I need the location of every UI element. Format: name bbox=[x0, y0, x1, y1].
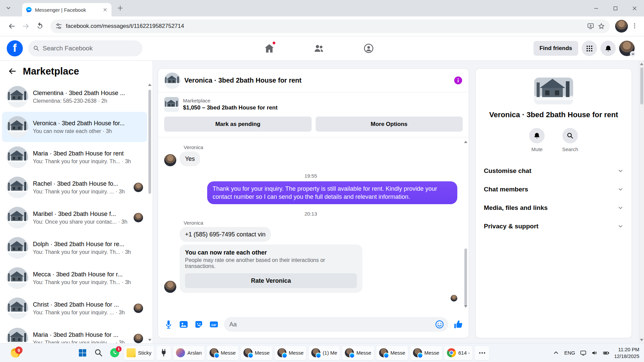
reload-button[interactable] bbox=[36, 22, 44, 31]
sidebar-scrollbar-thumb[interactable] bbox=[148, 90, 151, 194]
gif-icon[interactable]: GIF bbox=[209, 319, 219, 329]
tray-chevron-up-icon[interactable] bbox=[553, 350, 559, 356]
voice-clip-icon[interactable] bbox=[164, 319, 174, 329]
tray-date: 12/18/2025 bbox=[614, 353, 639, 360]
forward-button[interactable] bbox=[21, 22, 30, 31]
sender-name: Veronica bbox=[184, 144, 457, 150]
window-minimize-button[interactable] bbox=[587, 0, 606, 16]
browser-menu-icon[interactable] bbox=[631, 22, 638, 30]
taskbar-app[interactable]: Messe bbox=[376, 346, 408, 360]
bookmark-star-icon[interactable] bbox=[598, 22, 605, 30]
back-arrow-icon[interactable] bbox=[7, 66, 17, 76]
tab-close-icon[interactable] bbox=[102, 7, 108, 13]
settings-section-row[interactable]: Customise chat bbox=[476, 162, 632, 180]
taskbar-app[interactable]: Messe bbox=[410, 346, 442, 360]
mute-action[interactable]: Mute bbox=[529, 128, 545, 152]
facebook-nav-tabs bbox=[262, 41, 376, 56]
taskbar-app[interactable]: Messe bbox=[274, 346, 307, 360]
friends-tab[interactable] bbox=[312, 41, 326, 56]
home-tab[interactable] bbox=[262, 41, 277, 56]
taskbar-app[interactable]: 1 bbox=[107, 346, 122, 360]
taskbar-app[interactable] bbox=[91, 346, 106, 360]
taskbar-notification-icon[interactable]: 9 bbox=[11, 348, 20, 358]
taskbar-apps: 1 Sticky bbox=[75, 344, 490, 362]
search-input[interactable] bbox=[43, 45, 138, 52]
sticker-icon[interactable] bbox=[194, 319, 204, 329]
listing-thumbnail bbox=[7, 298, 28, 319]
composer: GIF bbox=[158, 311, 469, 338]
new-tab-button[interactable] bbox=[117, 5, 124, 11]
window-maximize-button[interactable] bbox=[606, 0, 625, 16]
message-input-wrap[interactable] bbox=[224, 317, 448, 332]
settings-section-row[interactable]: Chat members bbox=[476, 180, 632, 198]
notifications-button[interactable] bbox=[600, 41, 616, 56]
settings-section-row[interactable]: Media, files and links bbox=[476, 198, 632, 217]
page-scrollbar[interactable] bbox=[639, 61, 644, 343]
emoji-icon[interactable] bbox=[435, 320, 444, 329]
install-app-icon[interactable] bbox=[587, 22, 594, 30]
account-avatar[interactable] bbox=[619, 41, 635, 56]
tab-list-chevron-icon[interactable] bbox=[5, 5, 11, 11]
taskbar-app[interactable]: Arslan bbox=[173, 346, 205, 360]
conversation-item[interactable]: Maribel · 3bed 2bath House f... You: Onc… bbox=[2, 202, 147, 233]
more-options-button[interactable]: More Options bbox=[316, 117, 463, 132]
conversation-item[interactable]: Mecca · 3bed 2bath House for r... You: T… bbox=[2, 263, 147, 293]
scroll-down-arrow-icon[interactable] bbox=[640, 339, 643, 341]
search-action[interactable]: Search bbox=[562, 128, 578, 152]
bell-icon bbox=[604, 45, 612, 52]
display-icon[interactable] bbox=[580, 350, 587, 356]
taskbar-app[interactable]: Sticky bbox=[124, 346, 154, 360]
back-button[interactable] bbox=[7, 22, 16, 31]
conversation-info-icon[interactable] bbox=[454, 76, 463, 85]
facebook-logo[interactable]: f bbox=[7, 40, 23, 56]
facebook-search[interactable] bbox=[28, 40, 142, 56]
messenger-window-icon bbox=[345, 348, 354, 357]
rate-veronica-button[interactable]: Rate Veronica bbox=[185, 273, 357, 288]
page-scrollbar-thumb[interactable] bbox=[640, 67, 643, 104]
groups-tab[interactable] bbox=[361, 41, 376, 56]
address-bar[interactable]: facebook.com/messages/t/1162219582752714 bbox=[50, 19, 610, 33]
message-input[interactable] bbox=[229, 321, 435, 328]
scroll-down-arrow-icon[interactable] bbox=[148, 339, 151, 341]
sender-name: Veronica bbox=[184, 220, 457, 226]
scroll-down-arrow-icon[interactable] bbox=[464, 305, 467, 308]
conversation-item[interactable]: Christ · 3bed 2bath House for ... You: T… bbox=[2, 293, 147, 323]
site-settings-icon[interactable] bbox=[55, 22, 62, 30]
taskbar-app[interactable]: Messe bbox=[240, 346, 273, 360]
sidebar-scrollbar[interactable] bbox=[147, 82, 152, 343]
taskbar-app[interactable] bbox=[75, 346, 90, 360]
find-friends-button[interactable]: Find friends bbox=[534, 41, 578, 56]
browser-tab[interactable]: Messenger | Facebook bbox=[22, 3, 111, 16]
scroll-up-arrow-icon[interactable] bbox=[148, 84, 151, 86]
clock[interactable]: 11:20 PM 12/18/2025 bbox=[614, 346, 639, 359]
window-close-button[interactable] bbox=[625, 0, 644, 16]
messages-scrollbar[interactable] bbox=[463, 139, 468, 310]
volume-icon[interactable] bbox=[591, 350, 598, 356]
conversation-item[interactable]: Clementina · 3bed 2bath House ... Clemen… bbox=[2, 82, 147, 112]
taskbar-app[interactable]: 614 - bbox=[444, 346, 473, 360]
taskbar-app[interactable]: Messe bbox=[206, 346, 239, 360]
settings-section-row[interactable]: Privacy & support bbox=[476, 217, 632, 235]
like-icon[interactable] bbox=[453, 319, 463, 329]
language-indicator[interactable]: ENG bbox=[564, 350, 575, 356]
scroll-up-arrow-icon[interactable] bbox=[640, 63, 643, 65]
attach-image-icon[interactable] bbox=[179, 319, 189, 329]
marketplace-label: Marketplace bbox=[183, 98, 278, 103]
scroll-up-arrow-icon[interactable] bbox=[464, 141, 467, 143]
app-badge: 1 bbox=[116, 346, 122, 352]
taskbar-app[interactable] bbox=[474, 346, 490, 360]
message-list[interactable]: Veronica Yes 19:55 Thank you for your in… bbox=[158, 138, 463, 311]
messages-scrollbar-thumb[interactable] bbox=[464, 248, 467, 306]
taskbar-app[interactable]: (1) Me bbox=[308, 346, 340, 360]
conversation-item[interactable]: Maria · 3bed 2bath House for ... You: Th… bbox=[2, 323, 147, 343]
browser-profile-avatar[interactable] bbox=[615, 20, 628, 33]
conversation-item[interactable]: Dolph · 3bed 2bath House for re... You: … bbox=[2, 233, 147, 263]
apps-menu-button[interactable] bbox=[582, 41, 597, 56]
conversation-item[interactable]: Maria · 3bed 2bath House for rent You: T… bbox=[2, 142, 147, 172]
conversation-item[interactable]: Veronica · 3bed 2bath House for... You c… bbox=[2, 112, 147, 142]
taskbar-app[interactable] bbox=[156, 346, 171, 360]
conversation-item[interactable]: Rachel · 3bed 2bath House fo... You: Tha… bbox=[2, 172, 147, 202]
mark-as-pending-button[interactable]: Mark as pending bbox=[164, 117, 312, 132]
taskbar-app[interactable]: Messe bbox=[342, 346, 374, 360]
battery-icon[interactable] bbox=[603, 350, 609, 356]
